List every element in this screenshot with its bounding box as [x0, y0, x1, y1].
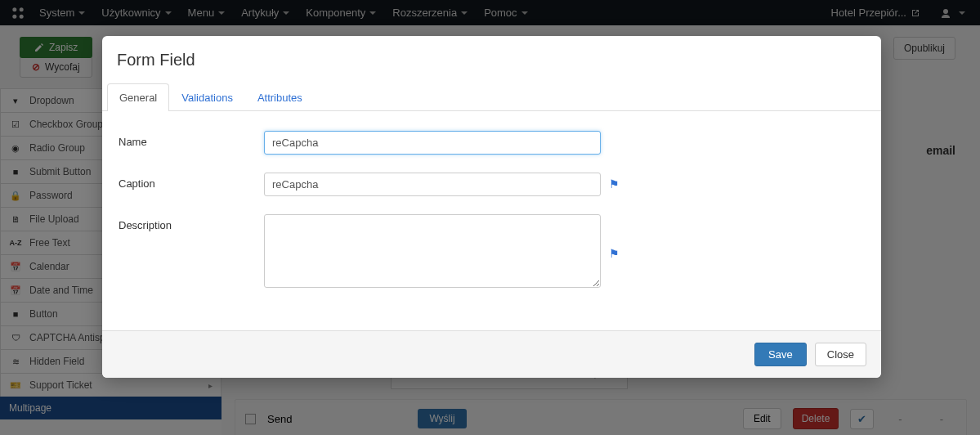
modal-body: Name Caption ⚑ Description ⚑	[102, 111, 881, 330]
modal-footer: Save Close	[102, 330, 881, 378]
save-button[interactable]: Save	[754, 343, 807, 366]
tab-validations[interactable]: Validations	[169, 83, 245, 111]
close-button[interactable]: Close	[815, 343, 866, 366]
name-input[interactable]	[264, 131, 601, 155]
caption-label: Caption	[119, 173, 264, 190]
caption-input[interactable]	[264, 173, 601, 196]
flag-icon[interactable]: ⚑	[609, 242, 620, 260]
modal-header: Form Field	[102, 36, 881, 78]
tab-general[interactable]: General	[107, 83, 169, 111]
tab-attributes[interactable]: Attributes	[245, 83, 315, 111]
description-textarea[interactable]	[264, 214, 601, 288]
modal-title: Form Field	[117, 51, 865, 70]
modal-tabs: General Validations Attributes	[102, 83, 881, 111]
form-row-name: Name	[119, 131, 865, 155]
form-row-caption: Caption ⚑	[119, 173, 865, 196]
form-row-description: Description ⚑	[119, 214, 865, 288]
form-field-modal: Form Field General Validations Attribute…	[102, 36, 881, 378]
flag-icon[interactable]: ⚑	[609, 173, 620, 191]
description-label: Description	[119, 214, 264, 231]
name-label: Name	[119, 131, 264, 148]
